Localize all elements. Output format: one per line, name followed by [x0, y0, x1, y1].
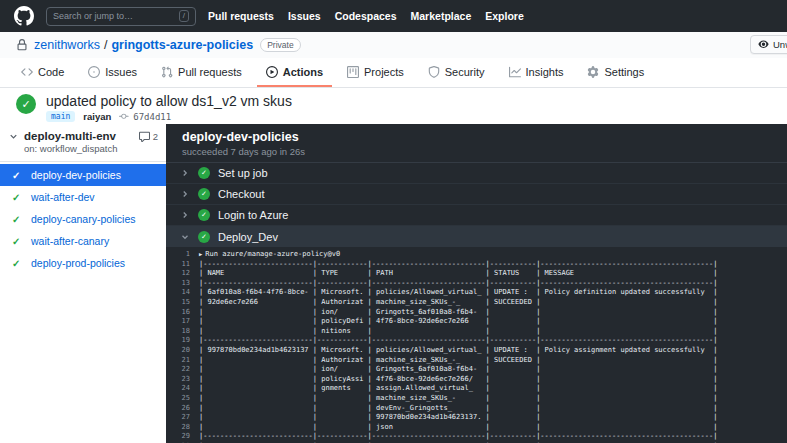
- job-success-check-icon: ✓: [12, 192, 23, 203]
- log-line: 12 ▶ | NAME | TYPE | PATH | STATUS | MES…: [166, 269, 787, 279]
- log-line-text: | | policyAssi | 4f76-8bce-92de6ec7e266/…: [199, 375, 717, 385]
- repo-name-link[interactable]: gringotts-azure-policies: [111, 38, 253, 52]
- run-success-icon: ✓: [16, 94, 36, 114]
- branch-badge[interactable]: main: [46, 111, 75, 122]
- tab-label: Projects: [364, 66, 404, 78]
- log-line-text: | | | 997870bd0e234ad1b4623137. | | |: [199, 413, 717, 423]
- tab-insights[interactable]: Insights: [500, 58, 573, 87]
- log-line-number[interactable]: 13: [166, 279, 190, 289]
- log-line-number[interactable]: 14: [166, 288, 190, 298]
- chevron-right-icon: [180, 189, 190, 199]
- github-logo-icon[interactable]: [14, 6, 34, 26]
- global-search[interactable]: /: [46, 7, 196, 26]
- issue-opened-icon: [88, 66, 100, 78]
- log-line-number[interactable]: 26: [166, 404, 190, 414]
- job-list-item[interactable]: ✓ wait-after-dev: [0, 186, 166, 208]
- log-line-number[interactable]: 22: [166, 365, 190, 375]
- commit-author[interactable]: raiyan: [83, 111, 111, 122]
- step-row[interactable]: ✓ Set up job: [166, 163, 787, 184]
- log-line-text: |--------------------------|------------…: [199, 260, 717, 270]
- log-line: 27 ▶ | | | 997870bd0e234ad1b4623137. | |…: [166, 413, 787, 423]
- unwatch-button[interactable]: Unwatch: [750, 35, 787, 54]
- step-row[interactable]: ✓ Checkout: [166, 184, 787, 205]
- step-label: Login to Azure: [218, 209, 288, 221]
- log-line-number[interactable]: 29: [166, 432, 190, 442]
- top-nav-item[interactable]: Pull requests: [208, 10, 274, 22]
- step-list: ✓ Set up job ✓ Checkout ✓: [166, 163, 787, 247]
- unwatch-label: Unwatch: [773, 39, 787, 50]
- workflow-group-header[interactable]: deploy-multi-env 2: [0, 128, 166, 142]
- log-line-number[interactable]: 11: [166, 260, 190, 270]
- step-row[interactable]: ✓ Login to Azure: [166, 205, 787, 226]
- log-line: 25 ▶ | | | machine_size_SKUs_- | | |: [166, 394, 787, 404]
- log-line-number[interactable]: 24: [166, 384, 190, 394]
- log-line-number[interactable]: 23: [166, 375, 190, 385]
- step-row[interactable]: ✓ Deploy_Dev: [166, 226, 787, 247]
- log-line-text: | | | json | | |: [199, 423, 717, 433]
- visibility-badge: Private: [260, 38, 300, 52]
- top-nav-links: Pull requests Issues Codespaces Marketpl…: [208, 10, 524, 22]
- log-line-text: | | Authorizat | machine_size_SKUs_-_ | …: [199, 356, 717, 366]
- log-line-number[interactable]: 1: [166, 250, 190, 260]
- log-line: 23 ▶ | | policyAssi | 4f76-8bce-92de6ec7…: [166, 375, 787, 385]
- log-line-text: | | nitions | | | |: [199, 327, 717, 337]
- chevron-right-icon: [180, 168, 190, 178]
- log-line-text: |--------------------------|------------…: [199, 432, 717, 442]
- repo-separator: /: [104, 38, 107, 52]
- run-content: deploy-multi-env 2 on: workflow_dispatch…: [0, 124, 787, 443]
- job-list-item[interactable]: ✓ deploy-dev-policies: [0, 164, 166, 186]
- job-log-panel: deploy-dev-policies succeeded 7 days ago…: [166, 124, 787, 443]
- log-line-number[interactable]: 18: [166, 327, 190, 337]
- tab-projects[interactable]: Projects: [338, 58, 413, 87]
- repository-header: zenithworks / gringotts-azure-policies P…: [0, 32, 787, 58]
- log-line-number[interactable]: 19: [166, 336, 190, 346]
- tab-actions[interactable]: Actions: [257, 58, 332, 87]
- run-title: updated policy to allow ds1_v2 vm skus: [46, 93, 292, 109]
- tab-pull-requests[interactable]: Pull requests: [152, 58, 251, 87]
- expand-group-icon[interactable]: ▶: [199, 250, 202, 260]
- log-line-number[interactable]: 17: [166, 317, 190, 327]
- job-status-line: succeeded 7 days ago in 26s: [182, 146, 771, 157]
- repo-tab-bar: Code Issues Pull requests Actions Projec…: [0, 58, 787, 88]
- log-line-text: | 997870bd0e234ad1b4623137 | Microsoft. …: [199, 346, 717, 356]
- job-success-check-icon: ✓: [12, 170, 23, 181]
- job-list-item[interactable]: ✓ deploy-prod-policies: [0, 252, 166, 274]
- tab-label: Code: [38, 66, 64, 78]
- commit-ref[interactable]: 67d4d11: [119, 111, 171, 122]
- log-line: 28 ▶ | | | json | | |: [166, 423, 787, 433]
- job-success-check-icon: ✓: [12, 258, 23, 269]
- repo-owner-link[interactable]: zenithworks: [34, 38, 100, 52]
- log-line-number[interactable]: 27: [166, 413, 190, 423]
- log-line-number[interactable]: 28: [166, 423, 190, 433]
- tab-security[interactable]: Security: [419, 58, 494, 87]
- log-line-text: | | | machine_size_SKUs_- | | |: [199, 394, 717, 404]
- log-line: 17 ▶ | | policyDefi | 4f76-8bce-92de6ec7…: [166, 317, 787, 327]
- top-nav-item[interactable]: Issues: [288, 10, 321, 22]
- job-list: ✓ deploy-dev-policies ✓ wait-after-dev ✓…: [0, 162, 166, 274]
- log-line: 19 ▶ |--------------------------|-------…: [166, 336, 787, 346]
- top-nav-item[interactable]: Marketplace: [411, 10, 472, 22]
- top-nav-item[interactable]: Explore: [485, 10, 524, 22]
- workflow-trigger: on: workflow_dispatch: [0, 142, 166, 161]
- log-line-number[interactable]: 20: [166, 346, 190, 356]
- log-line-number[interactable]: 15: [166, 298, 190, 308]
- job-label: wait-after-dev: [31, 191, 95, 203]
- step-success-icon: ✓: [198, 188, 210, 200]
- play-circle-icon: [266, 66, 278, 78]
- annotations-count[interactable]: 2: [139, 131, 158, 142]
- log-line-number[interactable]: 21: [166, 356, 190, 366]
- tab-code[interactable]: Code: [12, 58, 73, 87]
- top-nav-item[interactable]: Codespaces: [335, 10, 397, 22]
- log-line-number[interactable]: 12: [166, 269, 190, 279]
- job-list-item[interactable]: ✓ deploy-canary-policies: [0, 208, 166, 230]
- git-pull-request-icon: [161, 66, 173, 78]
- tab-issues[interactable]: Issues: [79, 58, 146, 87]
- log-line-number[interactable]: 25: [166, 394, 190, 404]
- log-line: 18 ▶ | | nitions | | | |: [166, 327, 787, 337]
- log-line-number[interactable]: 16: [166, 308, 190, 318]
- jobs-sidebar: deploy-multi-env 2 on: workflow_dispatch…: [0, 124, 166, 443]
- job-list-item[interactable]: ✓ wait-after-canary: [0, 230, 166, 252]
- gear-icon: [587, 66, 599, 78]
- search-input[interactable]: [53, 11, 163, 21]
- tab-settings[interactable]: Settings: [578, 58, 653, 87]
